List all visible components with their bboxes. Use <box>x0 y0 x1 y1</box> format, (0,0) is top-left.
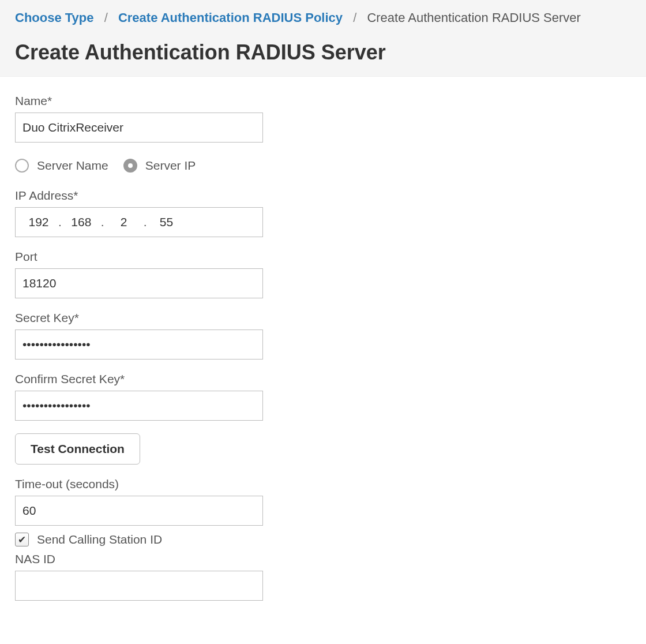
port-label: Port <box>15 250 631 264</box>
confirm-secret-key-label: Confirm Secret Key* <box>15 372 631 386</box>
server-mode-radio-group: Server Name Server IP <box>15 159 631 173</box>
form-area: Name* Server Name Server IP IP Address* … <box>0 77 646 601</box>
nas-id-input[interactable] <box>15 571 263 601</box>
field-ip-address: IP Address* . . . <box>15 189 631 237</box>
field-confirm-secret-key: Confirm Secret Key* <box>15 372 631 421</box>
send-calling-station-checkbox[interactable] <box>15 533 29 546</box>
timeout-input[interactable] <box>15 496 263 526</box>
breadcrumb-separator: / <box>104 10 108 25</box>
name-input[interactable] <box>15 113 263 143</box>
ip-octet-2[interactable] <box>63 215 100 229</box>
radio-server-name-label: Server Name <box>37 159 108 173</box>
port-input[interactable] <box>15 268 263 298</box>
page-title: Create Authentication RADIUS Server <box>15 40 631 65</box>
secret-key-input[interactable] <box>15 330 263 360</box>
timeout-label: Time-out (seconds) <box>15 477 631 491</box>
breadcrumb-link-choose-type[interactable]: Choose Type <box>15 10 94 25</box>
header-region: Choose Type / Create Authentication RADI… <box>0 0 646 77</box>
breadcrumb-current: Create Authentication RADIUS Server <box>367 10 581 25</box>
field-timeout: Time-out (seconds) <box>15 477 631 526</box>
secret-key-label: Secret Key* <box>15 311 631 325</box>
ip-dot: . <box>100 215 106 229</box>
ip-dot: . <box>57 215 63 229</box>
radio-server-ip[interactable] <box>123 159 137 173</box>
breadcrumb: Choose Type / Create Authentication RADI… <box>15 10 631 25</box>
radio-server-name[interactable] <box>15 159 29 173</box>
test-connection-button[interactable]: Test Connection <box>15 433 140 465</box>
breadcrumb-separator: / <box>353 10 356 25</box>
ip-octet-3[interactable] <box>106 215 142 229</box>
field-nas-id: NAS ID <box>15 552 631 601</box>
ip-octet-4[interactable] <box>148 215 185 229</box>
send-calling-station-label: Send Calling Station ID <box>37 533 162 546</box>
field-name: Name* <box>15 94 631 143</box>
confirm-secret-key-input[interactable] <box>15 391 263 421</box>
nas-id-label: NAS ID <box>15 552 631 566</box>
field-send-calling-station: Send Calling Station ID <box>15 533 631 546</box>
ip-address-input[interactable]: . . . <box>15 207 263 237</box>
field-port: Port <box>15 250 631 298</box>
ip-octet-1[interactable] <box>20 215 57 229</box>
breadcrumb-link-radius-policy[interactable]: Create Authentication RADIUS Policy <box>118 10 343 25</box>
field-secret-key: Secret Key* <box>15 311 631 360</box>
name-label: Name* <box>15 94 631 108</box>
ip-dot: . <box>142 215 148 229</box>
radio-server-ip-label: Server IP <box>145 159 196 173</box>
ip-address-label: IP Address* <box>15 189 631 203</box>
